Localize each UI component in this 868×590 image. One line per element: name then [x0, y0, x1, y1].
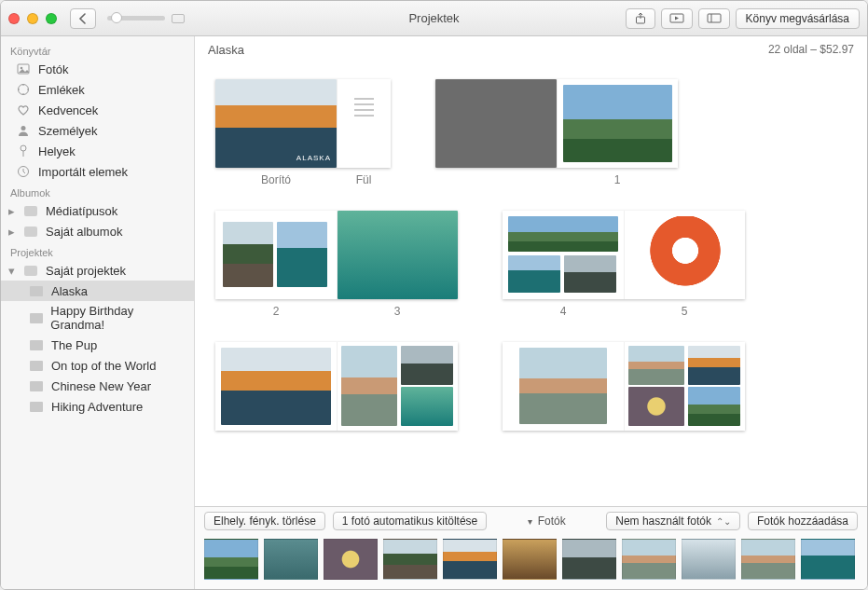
page-2[interactable]: [215, 211, 337, 299]
sidebar-item-label: Chinese New Year: [51, 379, 151, 393]
main-area: Alaska 22 oldal – $52.97 ALASKA: [195, 36, 867, 589]
sidebar-item-places[interactable]: Helyek: [1, 141, 194, 161]
zoom-slider[interactable]: [107, 16, 165, 21]
page-5[interactable]: [624, 211, 745, 299]
svg-point-5: [21, 67, 23, 70]
sidebar: Könyvtár Fotók Emlékek Kedvencek Személy…: [1, 36, 195, 589]
sidebar-item-label: Hiking Adventure: [51, 400, 143, 414]
page-9[interactable]: [624, 342, 745, 431]
page-4[interactable]: [503, 211, 624, 299]
page-7[interactable]: [337, 342, 458, 431]
page-1[interactable]: [557, 79, 678, 168]
layout-icon: [707, 13, 722, 24]
sidebar-item-label: Happy Birthday Grandma!: [50, 304, 185, 332]
updown-icon: ⌃⌄: [716, 516, 731, 527]
zoom-max-icon: [172, 14, 185, 23]
photos-icon: [16, 62, 31, 76]
tray-thumb[interactable]: [383, 539, 437, 580]
tray-section-toggle[interactable]: ▾ Fotók: [528, 515, 566, 528]
sidebar-item-label: Alaska: [51, 284, 88, 298]
page-3[interactable]: [337, 211, 458, 299]
app-window: Projektek Könyv megvásárlása Könyvtár Fo…: [0, 0, 868, 590]
tray-thumb[interactable]: [682, 539, 736, 580]
sidebar-item-memories[interactable]: Emlékek: [1, 79, 194, 100]
tray-thumb[interactable]: [801, 539, 855, 580]
tray-thumb[interactable]: [204, 539, 258, 580]
zoom-slider-group: [103, 14, 185, 23]
close-window-button[interactable]: [8, 13, 20, 24]
titlebar: Projektek Könyv megvásárlása: [1, 1, 867, 36]
page-cover[interactable]: ALASKA: [215, 79, 337, 168]
layout-button[interactable]: [698, 8, 730, 29]
sidebar-section-projects: Projektek: [1, 241, 194, 260]
spread-row: ALASKA Borító Fül: [215, 79, 847, 186]
spread[interactable]: [503, 342, 745, 431]
slideshow-icon: [669, 13, 684, 24]
tray-thumb[interactable]: [622, 539, 676, 580]
sidebar-item-photos[interactable]: Fotók: [1, 59, 194, 79]
sidebar-project-cny[interactable]: Chinese New Year: [1, 376, 194, 396]
disclosure-icon[interactable]: ▸: [7, 225, 16, 239]
sidebar-item-imports[interactable]: Importált elemek: [1, 161, 194, 182]
sidebar-section-albums: Albumok: [1, 182, 194, 200]
spread[interactable]: ALASKA: [215, 79, 391, 168]
page-6[interactable]: [215, 342, 337, 431]
tray-thumb[interactable]: [324, 539, 378, 580]
sidebar-project-hiking[interactable]: Hiking Adventure: [1, 396, 194, 417]
project-header: Alaska 22 oldal – $52.97: [195, 36, 867, 62]
sidebar-project-grandma[interactable]: Happy Birthday Grandma!: [1, 301, 194, 335]
folder-icon: [23, 224, 38, 239]
page-canvas[interactable]: ALASKA Borító Fül: [195, 62, 867, 506]
clear-placed-button[interactable]: Elhely. fényk. törlése: [204, 512, 325, 530]
sidebar-project-world[interactable]: On top of the World: [1, 355, 194, 376]
autofill-button[interactable]: 1 fotó automatikus kitöltése: [333, 512, 487, 530]
zoom-window-button[interactable]: [46, 13, 57, 24]
slideshow-button[interactable]: [661, 8, 693, 29]
sidebar-item-myalbums[interactable]: ▸ Saját albumok: [1, 221, 194, 241]
heart-icon: [16, 103, 31, 117]
share-button[interactable]: [626, 8, 655, 29]
tray-thumb[interactable]: [503, 539, 557, 580]
filter-dropdown[interactable]: Nem használt fotók ⌃⌄: [606, 512, 740, 530]
page-8[interactable]: [503, 342, 624, 431]
spread-cover: ALASKA Borító Fül: [215, 79, 391, 186]
disclosure-open-icon[interactable]: ▾: [7, 264, 16, 278]
memories-icon: [16, 82, 31, 97]
folder-icon: [23, 203, 38, 218]
spread[interactable]: [435, 79, 678, 168]
tray-thumb[interactable]: [741, 539, 795, 580]
spread[interactable]: [503, 211, 745, 299]
buy-book-button[interactable]: Könyv megvásárlása: [736, 8, 860, 29]
back-button[interactable]: [70, 8, 96, 29]
sidebar-item-myprojects[interactable]: ▾ Saját projektek: [1, 260, 194, 281]
photo-tray[interactable]: [195, 535, 867, 589]
chevron-left-icon: [78, 13, 88, 24]
book-icon: [29, 378, 44, 393]
sidebar-item-label: On top of the World: [51, 359, 157, 373]
sidebar-project-pup[interactable]: The Pup: [1, 335, 194, 355]
sidebar-item-label: Saját projektek: [46, 264, 126, 278]
tray-thumb[interactable]: [264, 539, 318, 580]
tray-thumb[interactable]: [443, 539, 497, 580]
tray-thumb[interactable]: [562, 539, 616, 580]
cover-title-overlay: ALASKA: [296, 154, 331, 162]
window-controls: [8, 13, 57, 24]
book-icon: [29, 283, 44, 298]
spread[interactable]: [215, 342, 458, 431]
spread[interactable]: [215, 211, 458, 299]
add-photos-button[interactable]: Fotók hozzáadása: [748, 512, 858, 530]
disclosure-icon[interactable]: ▸: [7, 204, 16, 218]
window-title: Projektek: [408, 11, 459, 25]
sidebar-item-people[interactable]: Személyek: [1, 120, 194, 141]
minimize-window-button[interactable]: [27, 13, 38, 24]
sidebar-item-mediatypes[interactable]: ▸ Médiatípusok: [1, 200, 194, 221]
page-inside-cover[interactable]: [435, 79, 557, 168]
sidebar-project-alaska[interactable]: Alaska: [1, 281, 194, 301]
spread-4-5: 4 5: [503, 211, 745, 318]
tray-section-label: Fotók: [538, 515, 566, 528]
page-flap[interactable]: [337, 79, 391, 168]
window-body: Könyvtár Fotók Emlékek Kedvencek Személy…: [1, 36, 867, 589]
bottom-bar: Elhely. fényk. törlése 1 fotó automatiku…: [195, 506, 867, 589]
sidebar-item-favorites[interactable]: Kedvencek: [1, 100, 194, 120]
zoom-slider-knob[interactable]: [111, 12, 122, 23]
